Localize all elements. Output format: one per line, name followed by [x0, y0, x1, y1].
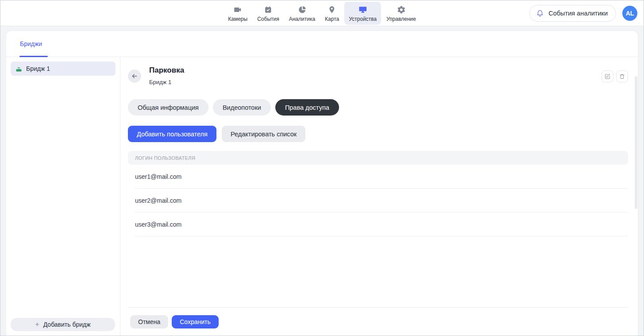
map-pin-icon — [327, 5, 337, 15]
tab-general-info[interactable]: Общая информация — [128, 99, 208, 116]
user-login: user1@mail.com — [135, 173, 181, 180]
users-table: ЛОГИН ПОЛЬЗОВАТЕЛЯ user1@mail.com user2@… — [128, 151, 628, 236]
nav-label: Камеры — [228, 16, 247, 22]
user-login: user2@mail.com — [135, 197, 181, 204]
save-button[interactable]: Сохранить — [172, 315, 219, 328]
camera-icon — [233, 5, 243, 15]
avatar[interactable]: AL — [622, 6, 637, 21]
nav-item-management[interactable]: Управление — [382, 2, 420, 25]
nav-item-analytics[interactable]: Аналитика — [285, 2, 320, 25]
scrollbar-thumb[interactable] — [635, 76, 637, 209]
nav-label: Аналитика — [289, 16, 315, 22]
trash-icon — [619, 73, 625, 80]
events-icon — [263, 5, 273, 15]
table-row[interactable]: user2@mail.com — [128, 189, 628, 212]
title-block: Парковка Бридж 1 — [149, 66, 184, 85]
edit-button[interactable] — [602, 70, 613, 82]
page-title: Парковка — [149, 66, 184, 75]
cancel-button[interactable]: Отмена — [130, 315, 168, 328]
nav-item-devices[interactable]: Устройства — [344, 2, 381, 25]
nav-item-cameras[interactable]: Камеры — [224, 2, 252, 25]
device-tabs: Общая информация Видеопотоки Права досту… — [128, 99, 628, 116]
delete-button[interactable] — [616, 70, 628, 82]
table-row[interactable]: user3@mail.com — [128, 212, 628, 236]
nav-item-events[interactable]: События — [253, 2, 284, 25]
gear-icon — [396, 5, 406, 15]
page-subtitle: Бридж 1 — [149, 79, 184, 85]
nav-label: События — [257, 16, 279, 22]
edit-list-button[interactable]: Редактировать список — [222, 126, 305, 142]
form-footer: Отмена Сохранить — [128, 307, 628, 336]
access-actions: Добавить пользователя Редактировать спис… — [128, 126, 628, 142]
analytics-icon — [297, 5, 307, 15]
card-tab-strip: Бриджи — [6, 31, 638, 57]
tab-bridges[interactable]: Бриджи — [20, 40, 42, 47]
nav-label: Управление — [386, 16, 416, 22]
nav-label: Устройства — [349, 16, 377, 22]
device-header: Парковка Бридж 1 — [128, 66, 628, 85]
table-header: ЛОГИН ПОЛЬЗОВАТЕЛЯ — [128, 151, 628, 165]
edit-icon — [604, 73, 611, 80]
avatar-initials: AL — [626, 10, 634, 17]
analytics-events-button[interactable]: События аналитики — [529, 5, 616, 22]
sidebar-item-label: Бридж 1 — [26, 65, 50, 72]
user-login: user3@mail.com — [135, 221, 181, 228]
page-background: Бриджи Бридж 1 + Добавить бридж — [0, 26, 644, 336]
nav-item-map[interactable]: Карта — [320, 2, 343, 25]
bridge-list-sidebar: Бридж 1 + Добавить бридж — [6, 57, 120, 336]
column-header-login: ЛОГИН ПОЛЬЗОВАТЕЛЯ — [135, 155, 195, 161]
bell-icon — [536, 9, 544, 18]
header-actions — [602, 70, 628, 82]
tab-video-streams[interactable]: Видеопотоки — [213, 99, 271, 116]
content-card: Бриджи Бридж 1 + Добавить бридж — [6, 31, 638, 336]
top-bar: Камеры События Аналитика Карта Устройств — [0, 0, 644, 26]
add-user-button[interactable]: Добавить пользователя — [128, 126, 216, 142]
main-navigation: Камеры События Аналитика Карта Устройств — [224, 0, 420, 26]
add-bridge-label: Добавить бридж — [43, 321, 91, 328]
tab-access-rights[interactable]: Права доступа — [275, 99, 339, 116]
table-row[interactable]: user1@mail.com — [128, 165, 628, 189]
plus-icon: + — [35, 321, 39, 328]
bridge-router-icon — [15, 65, 23, 73]
back-arrow-icon — [131, 73, 138, 80]
nav-label: Карта — [325, 16, 339, 22]
back-button[interactable] — [128, 70, 141, 83]
analytics-events-label: События аналитики — [548, 10, 608, 17]
topbar-right: События аналитики AL — [529, 0, 637, 26]
add-bridge-button[interactable]: + Добавить бридж — [11, 318, 115, 331]
device-detail-panel: Парковка Бридж 1 — [121, 57, 638, 336]
sidebar-item-bridge-1[interactable]: Бридж 1 — [11, 62, 116, 76]
devices-icon — [358, 5, 368, 15]
